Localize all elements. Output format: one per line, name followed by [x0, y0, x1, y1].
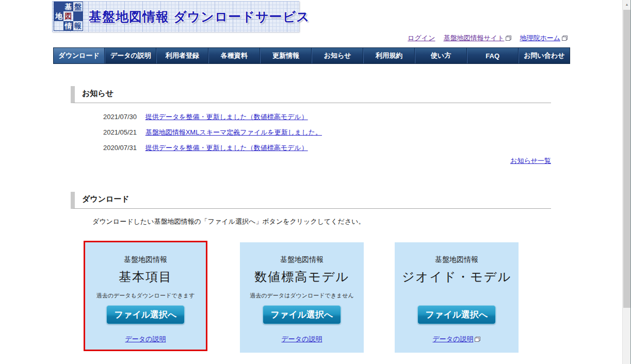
nav-item-news[interactable]: お知らせ	[312, 48, 363, 63]
card-title: 数値標高モデル	[240, 269, 364, 285]
browser-viewport: 基 盤 地 図 情 報 基盤地図情報 ダウンロードサービス ログイン基盤地図情報…	[0, 0, 631, 364]
data-description-link[interactable]: データの説明	[125, 335, 166, 343]
file-select-button[interactable]: ファイル選択へ	[263, 305, 341, 324]
scrollbar-thumb[interactable]	[623, 10, 631, 308]
notice-item: 2021/05/21 基盤地図情報XMLスキーマ定義ファイルを更新しました。	[103, 125, 322, 140]
card-title: ジオイド・モデル	[395, 269, 519, 285]
file-select-button[interactable]: ファイル選択へ	[417, 305, 496, 324]
logo-cell: 地	[54, 11, 63, 21]
card-note: 過去のデータはダウンロードできません	[240, 292, 364, 299]
card-link-row: データの説明	[395, 335, 519, 344]
site-logo: 基 盤 地 図 情 報	[54, 2, 83, 31]
card-dem-model: 基盤地図情報 数値標高モデル 過去のデータはダウンロードできません ファイル選択…	[240, 242, 364, 353]
download-description: ダウンロードしたい基盤地図情報の「ファイル選択へ」ボタンをクリックしてください。	[92, 217, 365, 226]
card-brand: 基盤地図情報	[85, 242, 206, 264]
logo-cell	[73, 11, 83, 21]
site-banner: 基 盤 地 図 情 報 基盤地図情報 ダウンロードサービス	[52, 1, 299, 32]
notice-item: 2021/07/30 提供データを整備・更新しました（数値標高モデル）	[103, 109, 322, 125]
external-link-icon	[506, 36, 511, 41]
card-title: 基本項目	[85, 269, 206, 285]
logo-cell	[54, 21, 63, 30]
logo-cell: 報	[73, 21, 83, 30]
notice-link[interactable]: 提供データを整備・更新しました（数値標高モデル）	[145, 113, 308, 121]
card-link-row: データの説明	[240, 335, 364, 344]
scrollbar-up-arrow[interactable]: ▲	[623, 0, 631, 9]
logo-cell: 情	[63, 21, 73, 30]
login-link[interactable]: ログイン	[408, 34, 435, 42]
nav-item-how-to-use[interactable]: 使い方	[415, 48, 466, 63]
logo-cell: 図	[63, 11, 73, 21]
card-note	[395, 292, 519, 299]
site-link[interactable]: 基盤地図情報サイト	[443, 34, 504, 42]
nav-item-contact[interactable]: お問い合わせ	[519, 48, 570, 63]
header-links: ログイン基盤地図情報サイト地理院ホーム	[258, 34, 568, 43]
nav-item-documents[interactable]: 各種資料	[208, 48, 260, 63]
notice-date: 2021/07/30	[103, 109, 143, 125]
nav-item-faq[interactable]: FAQ	[467, 48, 519, 63]
notice-list: 2021/07/30 提供データを整備・更新しました（数値標高モデル） 2021…	[103, 109, 322, 156]
notice-date: 2021/05/21	[103, 125, 143, 140]
data-description-link[interactable]: データの説明	[433, 335, 474, 343]
notice-section-heading: お知らせ	[71, 86, 551, 103]
logo-cell: 盤	[73, 2, 83, 11]
logo-cell: 基	[63, 2, 73, 11]
card-link-row: データの説明	[85, 335, 206, 344]
card-basic-items: 基盤地図情報 基本項目 過去のデータもダウンロードできます ファイル選択へ デー…	[84, 241, 207, 351]
nav-item-terms[interactable]: 利用規約	[363, 48, 415, 63]
data-description-link[interactable]: データの説明	[282, 335, 322, 343]
notice-more-row: お知らせ一覧	[71, 156, 551, 166]
notice-date: 2020/07/31	[103, 140, 143, 156]
card-brand: 基盤地図情報	[240, 242, 364, 264]
file-select-button[interactable]: ファイル選択へ	[106, 305, 185, 324]
external-link-icon	[475, 337, 480, 342]
nav-item-download[interactable]: ダウンロード	[54, 48, 105, 63]
external-link-icon	[562, 36, 568, 41]
nav-item-update-info[interactable]: 更新情報	[260, 48, 312, 63]
notice-link[interactable]: 提供データを整備・更新しました（数値標高モデル）	[145, 144, 308, 152]
notice-link[interactable]: 基盤地図情報XMLスキーマ定義ファイルを更新しました。	[145, 128, 322, 136]
card-geoid-model: 基盤地図情報 ジオイド・モデル ファイル選択へ データの説明	[395, 242, 519, 353]
gsi-home-link[interactable]: 地理院ホーム	[520, 34, 560, 42]
logo-cell	[54, 2, 63, 11]
nav-item-data-description[interactable]: データの説明	[105, 48, 156, 63]
nav-item-user-registration[interactable]: 利用者登録	[156, 48, 208, 63]
download-section-heading: ダウンロード	[71, 192, 551, 209]
site-title: 基盤地図情報 ダウンロードサービス	[89, 8, 310, 25]
vertical-scrollbar[interactable]: ▲	[622, 0, 631, 364]
notice-list-link[interactable]: お知らせ一覧	[510, 157, 551, 164]
main-nav: ダウンロード データの説明 利用者登録 各種資料 更新情報 お知らせ 利用規約 …	[53, 47, 570, 64]
notice-item: 2020/07/31 提供データを整備・更新しました（数値標高モデル）	[103, 140, 322, 156]
card-note: 過去のデータもダウンロードできます	[85, 292, 206, 299]
card-brand: 基盤地図情報	[395, 242, 519, 264]
